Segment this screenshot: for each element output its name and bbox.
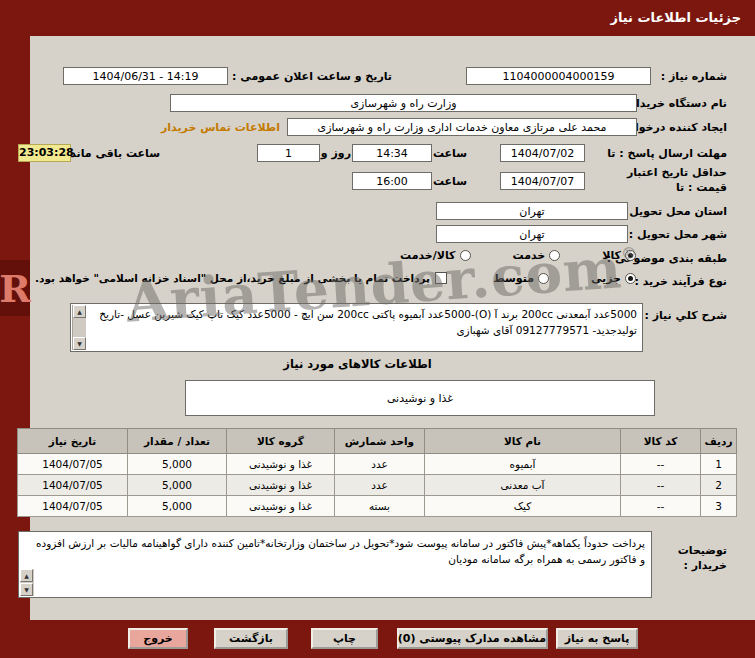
delivery-city-label: شهر محل تحویل : xyxy=(629,228,727,241)
deadline-date-input[interactable] xyxy=(500,144,585,162)
creator-input[interactable] xyxy=(287,118,637,136)
exit-button[interactable]: خروج xyxy=(128,628,188,649)
radio-icon xyxy=(538,273,549,284)
page-header-bar: جزئیات اطلاعات نیاز xyxy=(0,0,755,36)
table-row: 3 -- کیک بسته غذا و نوشیدنی 5,000 1404/0… xyxy=(18,496,737,517)
need-number-input[interactable] xyxy=(466,67,651,85)
col-item-name: نام کالا xyxy=(425,429,621,454)
view-attachments-button[interactable]: مشاهده مدارک پیوستی (0) xyxy=(397,628,548,649)
need-description-label: شرح کلي نياز : xyxy=(644,309,727,322)
scroll-down-icon[interactable]: ▼ xyxy=(73,337,86,350)
deadline-label: مهلت ارسال پاسخ : تا xyxy=(607,147,727,160)
scroll-up-icon[interactable]: ▲ xyxy=(73,305,86,318)
remaining-days-input[interactable] xyxy=(257,144,320,162)
buyer-notes-textarea[interactable]: پرداخت حدوداً یکماهه*پیش فاکتور در سامان… xyxy=(18,531,652,598)
radio-icon xyxy=(549,250,560,261)
days-word: روز و xyxy=(321,147,351,160)
back-button[interactable]: بازگشت xyxy=(214,628,288,649)
col-item-code: کد کالا xyxy=(621,429,701,454)
col-count-unit: واحد شمارش xyxy=(335,429,425,454)
description-scrollbar[interactable]: ▲ ▼ xyxy=(72,305,86,350)
goods-group-value: غذا و نوشیدنی xyxy=(387,392,453,405)
treasury-note-row: پرداخت تمام یا بخشی از مبلغ خرید،از محل … xyxy=(35,272,447,284)
col-row-number: ردیف xyxy=(701,429,737,454)
treasury-note-text: پرداخت تمام یا بخشی از مبلغ خرید،از محل … xyxy=(35,272,430,284)
footer-toolbar: خروج بازگشت چاپ مشاهده مدارک پیوستی (0) … xyxy=(0,620,755,658)
radio-selected-icon xyxy=(625,273,636,284)
announce-datetime-label: تاریخ و ساعت اعلان عمومی : xyxy=(232,70,392,83)
col-quantity: تعداد / مقدار xyxy=(128,429,227,454)
delivery-province-label: استان محل تحویل : xyxy=(621,205,727,218)
items-table-header-row: ردیف کد کالا نام کالا واحد شمارش گروه کا… xyxy=(18,429,737,454)
category-option-service[interactable]: خدمت xyxy=(513,249,561,262)
subject-category-radio-group: کالا خدمت کالا/خدمت xyxy=(400,249,636,262)
deadline-time-input[interactable] xyxy=(352,144,432,162)
items-table: ردیف کد کالا نام کالا واحد شمارش گروه کا… xyxy=(17,428,737,517)
deadline-hour-word: ساعت xyxy=(433,147,467,160)
need-description-text: 5000عدد آبمعدنی 200cc برند آ (O)-5000عدد… xyxy=(88,306,637,349)
remaining-hours-word: ساعت باقی مانده xyxy=(64,147,160,160)
validity-date-input[interactable] xyxy=(500,172,585,190)
buyer-contact-link[interactable]: اطلاعات تماس خریدار xyxy=(161,121,280,134)
validity-time-input[interactable] xyxy=(352,172,432,190)
scroll-down-icon[interactable]: ▼ xyxy=(20,583,33,596)
notes-scrollbar[interactable]: ▲ ▼ xyxy=(20,569,34,596)
buyer-notes-label: توضیحات خریدار : xyxy=(647,543,727,574)
items-section-title: اطلاعات کالاهای مورد نیاز xyxy=(30,357,685,371)
process-option-minor[interactable]: جزیی xyxy=(591,272,636,285)
purchase-process-label: نوع فرآیند خرید : xyxy=(635,275,727,288)
category-option-goods[interactable]: کالا xyxy=(602,249,636,262)
col-need-date: تاریخ نیاز xyxy=(18,429,128,454)
validity-hour-word: ساعت xyxy=(433,175,467,188)
buyer-notes-text: پرداخت حدوداً یکماهه*پیش فاکتور در سامان… xyxy=(36,535,645,594)
category-option-goods-service[interactable]: کالا/خدمت xyxy=(400,249,470,262)
need-details-page: جزئیات اطلاعات نیاز R AriaTender.com® شم… xyxy=(0,0,755,658)
process-option-medium[interactable]: متوسط xyxy=(493,272,549,285)
delivery-city-input[interactable] xyxy=(436,225,628,243)
radio-selected-icon xyxy=(625,250,636,261)
respond-to-need-button[interactable]: پاسخ به نیاز xyxy=(556,628,638,649)
buyer-org-input[interactable] xyxy=(170,94,637,112)
radio-icon xyxy=(460,250,471,261)
table-row: 2 -- آب معدنی عدد غذا و نوشیدنی 5,000 14… xyxy=(18,475,737,496)
print-button[interactable]: چاپ xyxy=(311,628,378,649)
remaining-countdown: 23:03:28 xyxy=(18,144,71,162)
treasury-checkbox[interactable] xyxy=(435,272,447,284)
need-number-label: شماره نیاز : xyxy=(661,70,727,83)
col-item-group: گروه کالا xyxy=(227,429,335,454)
delivery-province-input[interactable] xyxy=(436,202,628,220)
need-description-textarea[interactable]: 5000عدد آبمعدنی 200cc برند آ (O)-5000عدد… xyxy=(70,303,643,352)
buyer-org-label: نام دستگاه خریدار : xyxy=(621,97,727,110)
ariatender-logo-icon: R xyxy=(0,260,30,316)
scroll-up-icon[interactable]: ▲ xyxy=(20,569,33,582)
page-title: جزئیات اطلاعات نیاز xyxy=(610,0,741,36)
goods-group-listbox[interactable]: غذا و نوشیدنی xyxy=(185,380,655,416)
announce-datetime-input[interactable] xyxy=(63,67,228,85)
purchase-process-radio-group: جزیی متوسط xyxy=(493,272,636,285)
price-validity-label: حداقل تاریخ اعتبار قیمت : تا xyxy=(625,165,727,196)
table-row: 1 -- آبمیوه عدد غذا و نوشیدنی 5,000 1404… xyxy=(18,454,737,475)
